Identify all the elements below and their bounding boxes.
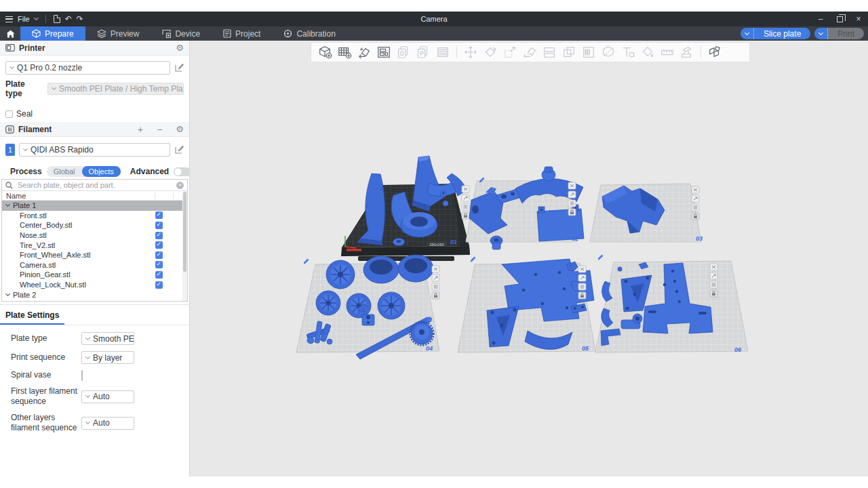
object-visible-checkbox[interactable] [155, 222, 163, 229]
support-painting-icon[interactable] [679, 44, 695, 60]
restore-button[interactable] [830, 12, 849, 26]
spiral-vase-checkbox[interactable] [81, 370, 83, 381]
move-icon[interactable] [462, 44, 479, 60]
search-input[interactable] [16, 180, 173, 190]
cut-icon[interactable] [600, 44, 616, 60]
viewport-3d[interactable]: 260x260 [190, 41, 868, 476]
text-tool-icon[interactable] [620, 44, 636, 60]
variable-layer-height-icon[interactable] [580, 44, 597, 60]
file-menu-icon [5, 16, 13, 22]
add-plate-icon[interactable] [336, 44, 353, 60]
auto-orient-icon[interactable] [356, 44, 372, 60]
edit-printer-preset-icon[interactable] [174, 63, 184, 73]
tree-row-plate-1[interactable]: Plate 1 [2, 201, 187, 211]
split-to-parts-icon[interactable] [561, 44, 577, 60]
tree-row-object[interactable]: Pinion_Gear.stl [2, 270, 187, 280]
ps-other-layers-select[interactable]: Auto [81, 417, 134, 430]
scope-objects-option[interactable]: Objects [82, 166, 121, 177]
tab-preview[interactable]: Preview [85, 26, 151, 41]
tree-row-object[interactable]: Camera.stl [2, 260, 187, 270]
plate-4-index[interactable]: 04 [426, 345, 433, 352]
plate-1-index[interactable]: 01 [450, 239, 457, 245]
undo-icon[interactable]: ↶ [65, 15, 72, 23]
clear-search-icon[interactable]: × [176, 182, 184, 189]
object-visible-checkbox[interactable] [155, 211, 163, 219]
plate-5-index[interactable]: 05 [582, 345, 589, 352]
plate-4-rename-pencil-icon[interactable] [304, 259, 309, 264]
tree-row-plate-2[interactable]: Plate 2 [2, 289, 187, 300]
close-button[interactable]: × [849, 12, 868, 26]
rotate-icon[interactable] [482, 44, 498, 60]
tree-row-object[interactable]: Center_Body.stl [2, 220, 187, 230]
tree-row-object[interactable]: Tire_V2.stl [2, 240, 187, 250]
new-project-icon[interactable] [54, 15, 60, 23]
collapse-chevron-icon[interactable] [5, 202, 10, 207]
object-visible-checkbox[interactable] [155, 251, 163, 259]
printer-settings-gear-icon[interactable]: ⚙ [176, 43, 184, 52]
file-menu-chevron-down-icon[interactable] [34, 16, 39, 20]
filament-settings-gear-icon[interactable]: ⚙ [176, 125, 184, 134]
remove-filament-icon[interactable]: − [157, 125, 162, 134]
print-options-chevron[interactable] [814, 28, 828, 39]
redo-icon[interactable]: ↷ [77, 15, 83, 23]
home-button[interactable] [0, 26, 20, 41]
copy-icon[interactable] [395, 44, 412, 60]
measure-icon[interactable] [659, 44, 675, 60]
build-plate-2[interactable]: 02 [466, 167, 584, 249]
plate-2-index[interactable]: 02 [572, 235, 578, 242]
ps-plate-type-select[interactable]: Smooth PEI ... [81, 332, 134, 345]
build-plate-6[interactable]: 06 [595, 255, 748, 354]
add-object-icon[interactable] [317, 44, 333, 60]
object-visible-checkbox[interactable] [155, 241, 163, 249]
build-plate-1[interactable]: 260x260 [341, 156, 470, 261]
slice-options-chevron[interactable] [741, 28, 754, 39]
scope-global-option[interactable]: Global [47, 166, 82, 177]
layers-icon[interactable] [435, 44, 451, 60]
add-filament-icon[interactable]: + [138, 125, 143, 134]
print-button[interactable]: Print [828, 28, 864, 39]
tree-row-object[interactable]: Wheel_Lock_Nut.stl [2, 280, 187, 290]
edit-filament-preset-icon[interactable] [174, 145, 184, 155]
tab-project[interactable]: Project [212, 26, 272, 41]
tab-device[interactable]: Device [151, 26, 212, 41]
color-painting-icon[interactable] [639, 44, 656, 60]
arrange-icon[interactable] [376, 44, 392, 60]
plate-5-rename-pencil-icon[interactable] [471, 257, 476, 262]
build-plate-5[interactable]: 05 [458, 257, 595, 353]
tab-calibration[interactable]: Calibration [272, 26, 347, 41]
filament-slot-badge: 1 [5, 144, 15, 156]
collapse-chevron-icon[interactable] [5, 291, 10, 296]
object-visible-checkbox[interactable] [155, 232, 163, 239]
object-visible-checkbox[interactable] [155, 271, 163, 279]
split-to-objects-icon[interactable] [541, 44, 557, 60]
tab-prepare[interactable]: Prepare [20, 26, 85, 41]
lay-on-face-icon[interactable] [521, 44, 538, 60]
object-list-scrollbar[interactable] [182, 191, 187, 301]
plate-1-corner-buttons[interactable] [462, 186, 469, 219]
build-plate-4[interactable]: 04 [296, 255, 439, 359]
file-menu[interactable]: File [18, 15, 30, 23]
seal-checkbox[interactable] [5, 110, 13, 118]
plate-6-rename-pencil-icon[interactable] [598, 255, 604, 260]
paste-icon[interactable] [415, 44, 431, 60]
scale-icon[interactable] [502, 44, 518, 60]
slice-plate-button[interactable]: Slice plate [754, 28, 810, 39]
printer-preset-select[interactable]: Q1 Pro 0.2 nozzle [5, 61, 170, 75]
tree-row-object[interactable]: Front_Wheel_Axle.stl [2, 250, 187, 260]
plate-4-corner-buttons[interactable] [432, 266, 439, 299]
object-visible-checkbox[interactable] [155, 281, 163, 289]
build-plate-3[interactable]: 03 [590, 184, 703, 242]
ps-print-sequence-select[interactable]: By layer [81, 351, 134, 364]
filament-preset-select[interactable]: QIDI ABS Rapido [19, 143, 170, 157]
object-visible-checkbox[interactable] [155, 261, 163, 268]
filament-section-title: Filament [18, 125, 52, 134]
assembly-view-icon[interactable] [707, 44, 723, 60]
minimize-button[interactable]: – [811, 12, 830, 26]
ps-first-layer-select[interactable]: Auto [81, 390, 134, 403]
printer-icon [5, 44, 15, 52]
plate-6-index[interactable]: 06 [734, 346, 742, 353]
tree-row-object[interactable]: Nose.stl [2, 230, 187, 241]
plate-3-index[interactable]: 03 [696, 235, 703, 242]
tree-row-object[interactable]: Front.stl [2, 211, 187, 221]
advanced-toggle[interactable] [174, 167, 191, 176]
